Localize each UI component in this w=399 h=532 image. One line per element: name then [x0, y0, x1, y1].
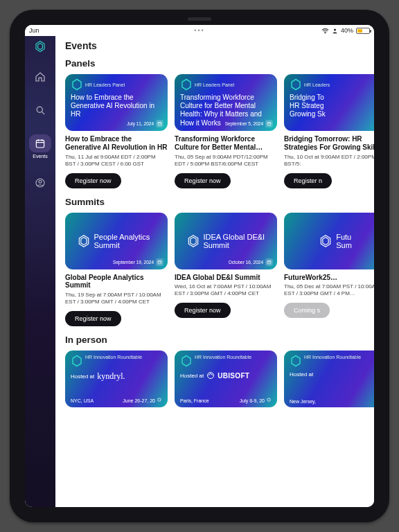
inperson-date: June 26-27, 20	[123, 398, 163, 404]
brand-ubisoft: UBISOFT	[218, 372, 249, 380]
user-icon	[332, 28, 338, 34]
svg-rect-20	[267, 398, 270, 401]
svg-rect-12	[267, 122, 271, 125]
hex-icon	[71, 78, 83, 91]
inperson-badge: HR Innovation Roundtable	[290, 355, 374, 367]
svg-rect-18	[158, 398, 161, 401]
svg-rect-10	[158, 122, 161, 125]
tablet-frame: Jun ••• 40%	[10, 10, 389, 522]
app-logo-icon	[34, 40, 46, 53]
panel-card[interactable]: HR Leaders Panel How to Embrace the Gene…	[65, 74, 168, 188]
summit-card-hero: People Analytics Summit September 19, 20…	[65, 213, 168, 269]
panel-card-title: Bridging Tomorrow: HR Strategies For Gro…	[284, 135, 374, 152]
panel-card-hero: HR Leaders Panel Transforming Workforce …	[175, 74, 277, 131]
panel-card-hero: HR Leaders Bridging To HR Strateg Growin…	[284, 74, 374, 131]
calendar-icon	[267, 260, 272, 265]
inperson-row[interactable]: HR Innovation Roundtable Hosted at kyndr…	[65, 351, 374, 407]
summit-hero-text: Futu Sum	[336, 233, 352, 249]
search-icon	[35, 105, 46, 116]
summit-card-title: Global People Analytics Summit	[65, 274, 168, 290]
summit-hero-text: IDEA Global DE&I Summit	[204, 233, 266, 249]
summit-card-title: FutureWork25…	[284, 274, 374, 282]
panel-card-subtitle: Thu, 11 Jul at 9:00AM EDT / 2:00PM BST /…	[65, 154, 168, 168]
panel-hero-date: September 5, 2024	[225, 120, 273, 127]
inperson-card[interactable]: HR Innovation Roundtable Hosted at New J…	[284, 351, 374, 407]
svg-line-3	[42, 112, 44, 114]
hosted-at: Hosted at	[290, 371, 374, 378]
hex-icon	[77, 234, 91, 248]
sidebar: Events	[25, 36, 55, 507]
summits-row[interactable]: People Analytics Summit September 19, 20…	[65, 213, 374, 327]
panel-card-subtitle: Thu, 05 Sep at 9:00AM PDT/12:00PM EDT / …	[175, 154, 277, 168]
panel-badge: HR Leaders Panel	[180, 78, 272, 91]
panel-badge: HR Leaders	[290, 78, 374, 91]
summit-card-hero: Futu Sum	[284, 213, 374, 269]
calendar-icon	[157, 398, 161, 402]
inperson-city: New Jersey,	[290, 399, 316, 404]
calendar-icon	[267, 121, 272, 126]
register-button[interactable]: Register now	[175, 303, 231, 318]
sidebar-item-profile[interactable]	[27, 174, 53, 192]
panel-hero-title: How to Embrace the Generative AI Revolut…	[71, 94, 162, 119]
register-button[interactable]: Register n	[284, 173, 332, 188]
inperson-city: Paris, France	[180, 398, 209, 403]
summit-card-subtitle: Thu, 19 Sep at 7:00AM PST / 10:00AM EST …	[65, 292, 168, 305]
svg-rect-4	[36, 140, 44, 148]
svg-point-19	[208, 373, 214, 379]
tablet-camera	[188, 17, 211, 21]
inperson-city: NYC, USA	[71, 398, 94, 403]
panel-badge: HR Leaders Panel	[71, 78, 162, 91]
summit-card-subtitle: Wed, 16 Oct at 7:00AM PST / 10:00AM EST …	[175, 283, 277, 297]
inperson-date: July 8-9, 20	[240, 398, 273, 404]
svg-rect-14	[158, 260, 161, 263]
panel-card[interactable]: HR Leaders Panel Transforming Workforce …	[175, 74, 277, 188]
hex-icon	[186, 234, 200, 248]
hosted-at: Hosted at kyndryl.	[71, 371, 162, 382]
summit-card[interactable]: IDEA Global DE&I Summit October 16, 2024…	[175, 213, 277, 327]
register-button[interactable]: Register now	[175, 173, 231, 188]
summit-card[interactable]: Futu Sum FutureWork25… Thu, 05 Dec at 7:…	[284, 213, 374, 327]
summit-hero-text: People Analytics Summit	[94, 233, 157, 249]
svg-point-2	[37, 107, 42, 112]
section-title-summits: Summits	[65, 197, 374, 207]
profile-icon	[35, 177, 46, 188]
wifi-icon	[321, 28, 329, 34]
calendar-icon	[157, 260, 162, 265]
summit-card-hero: IDEA Global DE&I Summit October 16, 2024	[175, 213, 277, 269]
status-time: Jun	[29, 27, 39, 34]
summit-card[interactable]: People Analytics Summit September 19, 20…	[65, 213, 168, 327]
coming-soon-button: Coming s	[284, 303, 330, 318]
section-title-panels: Panels	[65, 58, 374, 69]
panels-row[interactable]: HR Leaders Panel How to Embrace the Gene…	[65, 74, 374, 188]
svg-rect-16	[267, 260, 271, 263]
hex-icon	[290, 78, 302, 91]
svg-point-9	[39, 180, 42, 183]
panel-hero-date: July 11, 2024	[127, 120, 163, 127]
sidebar-item-events[interactable]: Events	[27, 134, 53, 159]
panel-card[interactable]: HR Leaders Bridging To HR Strateg Growin…	[284, 74, 374, 188]
register-button[interactable]: Register now	[65, 173, 121, 188]
hex-icon	[180, 355, 193, 367]
status-bar: Jun ••• 40%	[25, 25, 374, 36]
inperson-card-hero: HR Innovation Roundtable Hosted at kyndr…	[65, 351, 168, 407]
hex-icon	[319, 234, 332, 248]
inperson-card[interactable]: HR Innovation Roundtable Hosted at kyndr…	[65, 351, 168, 407]
inperson-badge: HR Innovation Roundtable	[71, 355, 162, 367]
hex-icon	[290, 355, 302, 367]
inperson-card[interactable]: HR Innovation Roundtable Hosted at UBISO…	[175, 351, 277, 407]
home-icon	[35, 71, 46, 82]
section-title-inperson: In person	[65, 335, 374, 345]
register-button[interactable]: Register now	[65, 311, 121, 326]
page-title: Events	[65, 40, 374, 51]
inperson-card-hero: HR Innovation Roundtable Hosted at UBISO…	[175, 351, 277, 407]
summit-card-subtitle: Thu, 05 Dec at 7:00AM PST / 10:00AM EST …	[284, 283, 374, 297]
hex-icon	[71, 355, 83, 367]
svg-point-1	[334, 28, 336, 30]
brand-kyndryl: kyndryl.	[97, 371, 125, 382]
inperson-badge: HR Innovation Roundtable	[180, 355, 272, 367]
sidebar-item-home[interactable]	[27, 68, 53, 86]
summit-hero-date: October 16, 2024	[229, 258, 273, 266]
sidebar-item-search[interactable]	[27, 101, 53, 119]
ubisoft-logo-icon	[206, 371, 215, 380]
panel-card-hero: HR Leaders Panel How to Embrace the Gene…	[65, 74, 168, 131]
